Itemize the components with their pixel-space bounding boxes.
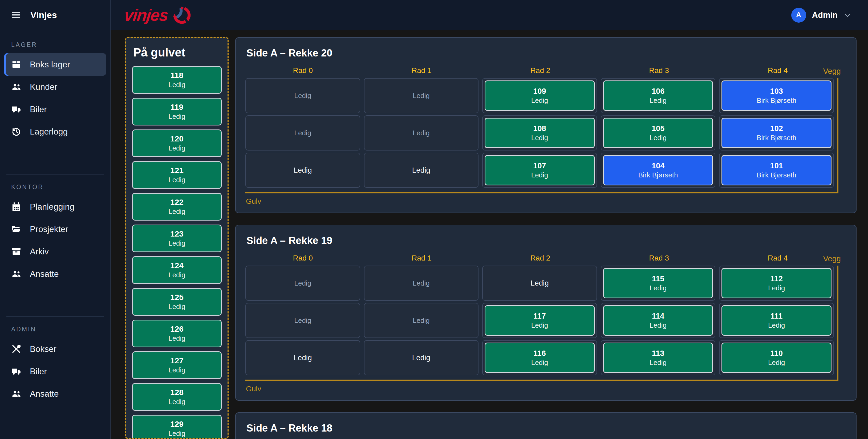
storage-box-card[interactable]: 108Ledig [485,118,595,148]
sidebar-item-boks-lager[interactable]: Boks lager [4,53,106,76]
sidebar-item-ansatte[interactable]: Ansatte [4,263,106,285]
column-header-label: Rad 1 [364,254,479,262]
storage-slot[interactable]: Ledig [364,340,479,375]
storage-slot[interactable]: 115Ledig [601,265,716,301]
floor-box[interactable]: 124Ledig [132,256,222,284]
sidebar-item-label: Boks lager [30,60,70,69]
sidebar-item-planlegging[interactable]: Planlegging [4,195,106,218]
storage-slot[interactable]: 109Ledig [482,78,597,113]
column-header-label: Rad 1 [364,66,479,75]
storage-slot[interactable]: 110Ledig [719,340,834,375]
sidebar-item-ansatte[interactable]: Ansatte [4,382,106,405]
storage-slot[interactable]: 108Ledig [482,115,597,151]
rack-section-title: Side A – Rekke 20 [246,48,846,59]
floor-box[interactable]: 123Ledig [132,225,222,252]
floor-box[interactable]: 121Ledig [132,161,222,189]
user-menu[interactable]: A Admin [791,8,851,23]
storage-slot[interactable]: 111Ledig [719,303,834,338]
topbar: vinjes A Admin [111,0,868,30]
storage-slot[interactable]: Ledig [245,265,360,301]
sidebar-item-prosjekter[interactable]: Prosjekter [4,218,106,240]
history-icon [11,127,21,137]
floor-box[interactable]: 125Ledig [132,288,222,316]
floor-box-number: 119 [170,102,183,112]
storage-box-card[interactable]: 113Ledig [603,343,713,373]
rack-sections: Side A – Rekke 20Rad 0Rad 1Rad 2Rad 3Rad… [235,37,857,439]
storage-slot[interactable]: 106Ledig [601,78,716,113]
storage-box-card[interactable]: 110Ledig [721,343,832,373]
slot-status-label: Ledig [412,166,431,175]
storage-slot[interactable]: 114Ledig [601,303,716,338]
floor-box[interactable]: 129Ledig [132,415,222,439]
box-status-label: Ledig [650,358,666,367]
storage-box-card[interactable]: 116Ledig [485,343,595,373]
storage-slot[interactable]: Ledig [245,303,360,338]
storage-slot[interactable]: 105Ledig [601,115,716,151]
sidebar-item-lagerlogg[interactable]: Lagerlogg [4,120,106,143]
menu-toggle-button[interactable] [11,9,21,20]
floor-box-status: Ledig [168,398,185,406]
storage-slot[interactable]: Ledig [245,340,360,375]
storage-slot[interactable]: Ledig [364,265,479,301]
sidebar-item-kunder[interactable]: Kunder [4,76,106,98]
sidebar-header: Vinjes [0,0,110,30]
logo[interactable]: vinjes [124,4,193,26]
storage-slot[interactable]: 103Birk Bjørseth [719,78,834,113]
floor-box-number: 121 [170,166,184,175]
storage-box-card[interactable]: 103Birk Bjørseth [721,81,832,111]
storage-slot[interactable]: Ledig [364,303,479,338]
storage-slot[interactable]: 113Ledig [601,340,716,375]
storage-slot[interactable]: Ledig [364,78,479,113]
floor-box[interactable]: 118Ledig [132,66,222,94]
sidebar-section: KONTORPlanleggingProsjekterArkivAnsatte [0,184,110,285]
storage-box-card[interactable]: 109Ledig [485,81,595,111]
storage-box-card[interactable]: 115Ledig [603,268,713,299]
storage-slot[interactable]: 101Birk Bjørseth [719,153,834,188]
floor-box-status: Ledig [168,430,185,438]
storage-slot[interactable]: 104Birk Bjørseth [601,153,716,188]
storage-box-card[interactable]: 111Ledig [721,305,832,336]
storage-box-card[interactable]: 102Birk Bjørseth [721,118,832,148]
storage-box-card[interactable]: 114Ledig [603,305,713,336]
storage-box-card[interactable]: 106Ledig [603,81,713,111]
slot-status-label: Ledig [412,353,431,362]
floor-box[interactable]: 128Ledig [132,383,222,411]
folder-open-icon [11,224,21,234]
storage-box-card[interactable]: 104Birk Bjørseth [603,155,713,185]
box-storage-icon [11,59,21,69]
column-header-label: Rad 0 [245,254,361,262]
storage-slot[interactable]: 102Birk Bjørseth [719,115,834,151]
storage-slot[interactable]: Ledig [364,115,479,151]
storage-slot[interactable]: Ledig [482,265,597,301]
floor-box-number: 123 [170,229,184,239]
slot-status-label: Ledig [294,316,311,325]
storage-box-card[interactable]: 117Ledig [485,305,595,336]
floor-box[interactable]: 126Ledig [132,320,222,347]
storage-slot[interactable]: 116Ledig [482,340,597,375]
floor-box[interactable]: 119Ledig [132,98,222,125]
storage-slot[interactable]: Ledig [245,115,360,151]
box-status-label: Birk Bjørseth [757,96,796,105]
box-number: 113 [652,349,664,358]
storage-slot[interactable]: Ledig [364,153,479,188]
storage-slot[interactable]: Ledig [245,153,360,188]
storage-slot[interactable]: Ledig [245,78,360,113]
storage-box-card[interactable]: 105Ledig [603,118,713,148]
sidebar-item-biler[interactable]: Biler [4,98,106,120]
sidebar-item-bokser[interactable]: Bokser [4,338,106,360]
sidebar-item-biler[interactable]: Biler [4,360,106,382]
storage-slot[interactable]: 117Ledig [482,303,597,338]
storage-slot[interactable]: 112Ledig [719,265,834,301]
floor-box-number: 124 [170,261,184,270]
users-icon [11,389,21,399]
storage-box-card[interactable]: 107Ledig [485,155,595,185]
floor-box[interactable]: 120Ledig [132,129,222,157]
storage-slot[interactable]: 107Ledig [482,153,597,188]
sidebar-item-arkiv[interactable]: Arkiv [4,240,106,263]
floor-box[interactable]: 127Ledig [132,351,222,379]
floor-box[interactable]: 122Ledig [132,193,222,221]
storage-box-card[interactable]: 112Ledig [721,268,832,299]
slot-status-label: Ledig [294,92,311,100]
sidebar-item-label: Bokser [30,344,57,354]
storage-box-card[interactable]: 101Birk Bjørseth [721,155,832,185]
